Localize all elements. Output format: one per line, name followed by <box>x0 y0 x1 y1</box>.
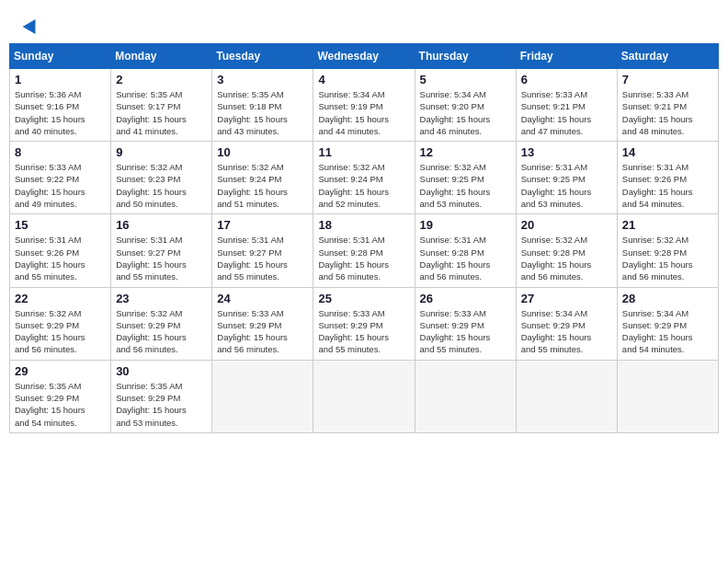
calendar-day-10: 10Sunrise: 5:32 AMSunset: 9:24 PMDayligh… <box>212 142 313 214</box>
day-info: Sunrise: 5:34 AMSunset: 9:29 PMDaylight:… <box>521 307 612 356</box>
calendar-day-8: 8Sunrise: 5:33 AMSunset: 9:22 PMDaylight… <box>10 142 111 214</box>
calendar-day-empty <box>415 360 516 432</box>
calendar-day-22: 22Sunrise: 5:32 AMSunset: 9:29 PMDayligh… <box>10 287 111 360</box>
day-info: Sunrise: 5:36 AMSunset: 9:16 PMDaylight:… <box>15 88 106 137</box>
calendar-header-saturday: Saturday <box>617 44 718 69</box>
day-number: 9 <box>116 145 207 159</box>
calendar-day-28: 28Sunrise: 5:34 AMSunset: 9:29 PMDayligh… <box>617 287 718 360</box>
day-number: 1 <box>15 73 106 86</box>
calendar-day-9: 9Sunrise: 5:32 AMSunset: 9:23 PMDaylight… <box>111 142 212 214</box>
calendar-week-4: 22Sunrise: 5:32 AMSunset: 9:29 PMDayligh… <box>10 287 719 360</box>
day-number: 23 <box>116 292 207 305</box>
calendar-day-12: 12Sunrise: 5:32 AMSunset: 9:25 PMDayligh… <box>415 142 516 214</box>
calendar-week-2: 8Sunrise: 5:33 AMSunset: 9:22 PMDaylight… <box>10 142 719 214</box>
day-info: Sunrise: 5:31 AMSunset: 9:27 PMDaylight:… <box>217 234 308 282</box>
calendar-day-15: 15Sunrise: 5:31 AMSunset: 9:26 PMDayligh… <box>10 214 111 287</box>
day-info: Sunrise: 5:31 AMSunset: 9:28 PMDaylight:… <box>318 234 409 282</box>
day-number: 4 <box>318 73 409 86</box>
calendar-header-thursday: Thursday <box>415 44 516 69</box>
calendar-day-25: 25Sunrise: 5:33 AMSunset: 9:29 PMDayligh… <box>313 287 415 360</box>
calendar-day-empty <box>313 360 415 432</box>
calendar-day-24: 24Sunrise: 5:33 AMSunset: 9:29 PMDayligh… <box>212 287 313 360</box>
day-number: 18 <box>318 218 409 232</box>
day-number: 22 <box>15 292 106 305</box>
day-number: 3 <box>217 73 308 86</box>
day-info: Sunrise: 5:35 AMSunset: 9:17 PMDaylight:… <box>116 88 207 137</box>
calendar-day-13: 13Sunrise: 5:31 AMSunset: 9:25 PMDayligh… <box>516 142 617 214</box>
logo <box>23 18 40 31</box>
calendar-header-row: SundayMondayTuesdayWednesdayThursdayFrid… <box>10 44 719 69</box>
day-info: Sunrise: 5:32 AMSunset: 9:28 PMDaylight:… <box>521 234 612 282</box>
calendar-day-23: 23Sunrise: 5:32 AMSunset: 9:29 PMDayligh… <box>111 287 212 360</box>
calendar-day-14: 14Sunrise: 5:31 AMSunset: 9:26 PMDayligh… <box>617 142 718 214</box>
calendar-week-3: 15Sunrise: 5:31 AMSunset: 9:26 PMDayligh… <box>10 214 719 287</box>
day-number: 19 <box>420 218 511 232</box>
calendar-day-21: 21Sunrise: 5:32 AMSunset: 9:28 PMDayligh… <box>617 214 718 287</box>
calendar-day-empty <box>212 360 313 432</box>
day-info: Sunrise: 5:35 AMSunset: 9:29 PMDaylight:… <box>15 380 106 429</box>
day-info: Sunrise: 5:32 AMSunset: 9:29 PMDaylight:… <box>15 307 106 356</box>
day-number: 2 <box>116 73 207 86</box>
calendar-day-26: 26Sunrise: 5:33 AMSunset: 9:29 PMDayligh… <box>415 287 516 360</box>
calendar-day-2: 2Sunrise: 5:35 AMSunset: 9:17 PMDaylight… <box>111 69 212 142</box>
calendar-day-3: 3Sunrise: 5:35 AMSunset: 9:18 PMDaylight… <box>212 69 313 142</box>
page-header <box>9 9 719 36</box>
calendar-day-6: 6Sunrise: 5:33 AMSunset: 9:21 PMDaylight… <box>516 69 617 142</box>
day-number: 13 <box>521 145 612 159</box>
day-info: Sunrise: 5:35 AMSunset: 9:18 PMDaylight:… <box>217 88 308 137</box>
calendar-day-empty <box>617 360 718 432</box>
day-number: 15 <box>15 218 106 232</box>
day-number: 16 <box>116 218 207 232</box>
day-info: Sunrise: 5:34 AMSunset: 9:29 PMDaylight:… <box>622 307 713 356</box>
day-info: Sunrise: 5:33 AMSunset: 9:29 PMDaylight:… <box>217 307 308 356</box>
day-number: 20 <box>521 218 612 232</box>
day-number: 30 <box>116 364 207 378</box>
day-number: 27 <box>521 292 612 305</box>
day-number: 25 <box>318 292 409 305</box>
day-info: Sunrise: 5:32 AMSunset: 9:29 PMDaylight:… <box>116 307 207 356</box>
calendar-table: SundayMondayTuesdayWednesdayThursdayFrid… <box>9 43 719 433</box>
day-info: Sunrise: 5:32 AMSunset: 9:23 PMDaylight:… <box>116 161 207 210</box>
calendar-header-sunday: Sunday <box>10 44 111 69</box>
day-info: Sunrise: 5:34 AMSunset: 9:19 PMDaylight:… <box>318 88 409 137</box>
calendar-day-20: 20Sunrise: 5:32 AMSunset: 9:28 PMDayligh… <box>516 214 617 287</box>
day-info: Sunrise: 5:33 AMSunset: 9:21 PMDaylight:… <box>521 88 612 137</box>
day-info: Sunrise: 5:32 AMSunset: 9:25 PMDaylight:… <box>420 161 511 210</box>
day-info: Sunrise: 5:32 AMSunset: 9:24 PMDaylight:… <box>217 161 308 210</box>
day-info: Sunrise: 5:33 AMSunset: 9:21 PMDaylight:… <box>622 88 713 137</box>
calendar-day-18: 18Sunrise: 5:31 AMSunset: 9:28 PMDayligh… <box>313 214 415 287</box>
calendar-day-5: 5Sunrise: 5:34 AMSunset: 9:20 PMDaylight… <box>415 69 516 142</box>
day-info: Sunrise: 5:35 AMSunset: 9:29 PMDaylight:… <box>116 380 207 429</box>
day-number: 29 <box>15 364 106 378</box>
calendar-day-27: 27Sunrise: 5:34 AMSunset: 9:29 PMDayligh… <box>516 287 617 360</box>
calendar-day-4: 4Sunrise: 5:34 AMSunset: 9:19 PMDaylight… <box>313 69 415 142</box>
day-info: Sunrise: 5:34 AMSunset: 9:20 PMDaylight:… <box>420 88 511 137</box>
day-info: Sunrise: 5:33 AMSunset: 9:29 PMDaylight:… <box>420 307 511 356</box>
day-number: 6 <box>521 73 612 86</box>
day-info: Sunrise: 5:33 AMSunset: 9:22 PMDaylight:… <box>15 161 106 210</box>
day-info: Sunrise: 5:31 AMSunset: 9:28 PMDaylight:… <box>420 234 511 282</box>
logo-triangle-icon <box>23 16 42 34</box>
calendar-day-empty <box>516 360 617 432</box>
day-number: 21 <box>622 218 713 232</box>
calendar-header-monday: Monday <box>111 44 212 69</box>
day-number: 8 <box>15 145 106 159</box>
day-number: 17 <box>217 218 308 232</box>
day-info: Sunrise: 5:33 AMSunset: 9:29 PMDaylight:… <box>318 307 409 356</box>
day-number: 26 <box>420 292 511 305</box>
calendar-day-29: 29Sunrise: 5:35 AMSunset: 9:29 PMDayligh… <box>10 360 111 432</box>
day-info: Sunrise: 5:31 AMSunset: 9:26 PMDaylight:… <box>15 234 106 282</box>
day-info: Sunrise: 5:32 AMSunset: 9:28 PMDaylight:… <box>622 234 713 282</box>
day-number: 7 <box>622 73 713 86</box>
day-number: 28 <box>622 292 713 305</box>
day-info: Sunrise: 5:31 AMSunset: 9:26 PMDaylight:… <box>622 161 713 210</box>
day-number: 5 <box>420 73 511 86</box>
day-number: 12 <box>420 145 511 159</box>
calendar-day-19: 19Sunrise: 5:31 AMSunset: 9:28 PMDayligh… <box>415 214 516 287</box>
calendar-day-1: 1Sunrise: 5:36 AMSunset: 9:16 PMDaylight… <box>10 69 111 142</box>
day-info: Sunrise: 5:31 AMSunset: 9:25 PMDaylight:… <box>521 161 612 210</box>
calendar-header-tuesday: Tuesday <box>212 44 313 69</box>
calendar-day-11: 11Sunrise: 5:32 AMSunset: 9:24 PMDayligh… <box>313 142 415 214</box>
day-number: 14 <box>622 145 713 159</box>
calendar-day-7: 7Sunrise: 5:33 AMSunset: 9:21 PMDaylight… <box>617 69 718 142</box>
